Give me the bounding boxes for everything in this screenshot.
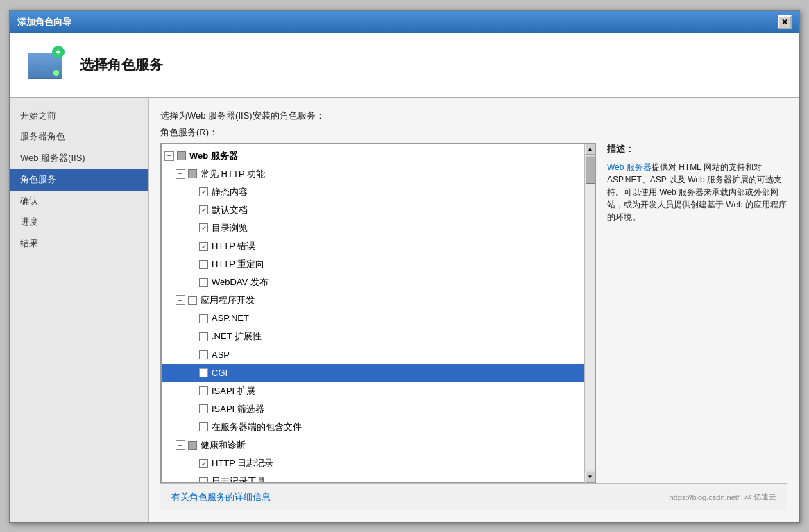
tree-label: 在服务器端的包含文件 <box>212 420 302 435</box>
tree-item[interactable]: WebDAV 发布 <box>162 273 584 291</box>
tree-item[interactable]: HTTP 错误 <box>162 237 584 255</box>
tree-item[interactable]: ASP <box>162 346 584 364</box>
tree-checkbox[interactable] <box>199 332 208 341</box>
tree-checkbox[interactable] <box>188 169 197 178</box>
tree-item[interactable]: ISAPI 筛选器 <box>162 400 584 418</box>
sidebar-item-server-role[interactable]: 服务器角色 <box>10 126 148 148</box>
tree-item[interactable]: −应用程序开发 <box>162 291 584 309</box>
tree-checkbox[interactable] <box>199 223 208 232</box>
tree-item[interactable]: 静态内容 <box>162 183 584 201</box>
tree-panel-wrapper: −Web 服务器−常见 HTTP 功能静态内容默认文档目录浏览HTTP 错误HT… <box>160 143 596 483</box>
tree-item[interactable]: CGI <box>162 364 584 382</box>
scroll-up-button[interactable]: ▲ <box>585 144 596 155</box>
tree-item[interactable]: 目录浏览 <box>162 219 584 237</box>
tree-item[interactable]: −常见 HTTP 功能 <box>162 165 584 183</box>
tree-item[interactable]: 在服务器端的包含文件 <box>162 418 584 436</box>
tree-checkbox[interactable] <box>199 477 208 483</box>
tree-expander[interactable]: − <box>176 169 185 179</box>
watermark-logo: 🏎 亿速云 <box>744 492 776 502</box>
tree-item[interactable]: 日志记录工具 <box>162 472 584 482</box>
tree-label: 默认文档 <box>212 203 248 218</box>
tree-label: 常见 HTTP 功能 <box>201 166 265 182</box>
sidebar: 开始之前 服务器角色 Web 服务器(IIS) 角色服务 确认 进度 结果 <box>10 98 149 522</box>
tree-label: Web 服务器 <box>189 148 238 164</box>
title-bar: 添加角色向导 ✕ <box>10 11 799 33</box>
tree-label: WebDAV 发布 <box>212 275 269 290</box>
tree-label: HTTP 错误 <box>212 239 255 254</box>
sidebar-item-web-server[interactable]: Web 服务器(IIS) <box>10 148 148 169</box>
description-title: 描述： <box>607 143 787 155</box>
add-plus-icon: + <box>52 46 65 58</box>
tree-checkbox[interactable] <box>199 368 208 377</box>
tree-item[interactable]: ASP.NET <box>162 309 584 327</box>
tree-panel-container: −Web 服务器−常见 HTTP 功能静态内容默认文档目录浏览HTTP 错误HT… <box>160 143 787 483</box>
sidebar-item-role-services[interactable]: 角色服务 <box>10 169 148 191</box>
tree-item[interactable]: HTTP 日志记录 <box>162 454 584 472</box>
description-panel: 描述： Web 服务器提供对 HTML 网站的支持和对 ASP.NET、ASP … <box>607 143 787 483</box>
watermark-url: https://blog.csdn.net/ <box>669 493 740 501</box>
header-section: + 选择角色服务 <box>10 33 799 98</box>
tree-label: ISAPI 扩展 <box>212 384 255 399</box>
tree-expander[interactable]: − <box>164 151 174 161</box>
tree-checkbox[interactable] <box>188 441 197 450</box>
tree-label: CGI <box>212 366 228 381</box>
description-link[interactable]: Web 服务器 <box>607 162 652 172</box>
tree-expander[interactable]: − <box>176 440 185 450</box>
header-icon: + <box>24 44 66 86</box>
tree-item[interactable]: −Web 服务器 <box>162 147 584 165</box>
sidebar-item-start[interactable]: 开始之前 <box>10 105 148 127</box>
tree-checkbox[interactable] <box>199 459 208 468</box>
tree-checkbox[interactable] <box>188 296 197 305</box>
tree-checkbox[interactable] <box>199 260 208 269</box>
tree-checkbox[interactable] <box>199 404 208 413</box>
scroll-down-button[interactable]: ▼ <box>585 472 596 483</box>
tree-item[interactable]: ISAPI 扩展 <box>162 382 584 400</box>
footer-area: 有关角色服务的详细信息 https://blog.csdn.net/ 🏎 亿速云 <box>160 483 787 510</box>
tree-label: HTTP 重定向 <box>212 257 264 272</box>
sidebar-item-result[interactable]: 结果 <box>10 233 148 255</box>
tree-label: 目录浏览 <box>212 221 248 236</box>
tree-checkbox[interactable] <box>199 314 208 323</box>
tree-expander[interactable]: − <box>176 295 185 305</box>
tree-checkbox[interactable] <box>199 242 208 251</box>
tree-checkbox[interactable] <box>199 350 208 359</box>
tree-checkbox[interactable] <box>199 205 208 214</box>
tree-item[interactable]: −健康和诊断 <box>162 436 584 454</box>
tree-checkbox[interactable] <box>199 278 208 287</box>
scrollbar[interactable]: ▲ ▼ <box>584 144 595 483</box>
tree-label: ISAPI 筛选器 <box>212 402 264 417</box>
tree-label: HTTP 日志记录 <box>212 456 273 471</box>
tree-checkbox[interactable] <box>177 151 186 160</box>
tree-label: .NET 扩展性 <box>212 329 262 344</box>
header-title: 选择角色服务 <box>80 55 163 74</box>
footer-watermark: https://blog.csdn.net/ 🏎 亿速云 <box>669 492 776 502</box>
role-label: 角色服务(R)： <box>160 126 787 139</box>
sidebar-item-confirm[interactable]: 确认 <box>10 191 148 212</box>
tree-label: 健康和诊断 <box>201 438 246 453</box>
tree-checkbox[interactable] <box>199 386 208 395</box>
server-icon: + <box>26 46 65 84</box>
main-panel: 选择为Web 服务器(IIS)安装的角色服务： 角色服务(R)： −Web 服务… <box>149 98 799 522</box>
close-button[interactable]: ✕ <box>778 15 792 29</box>
tree-label: 静态内容 <box>212 185 248 200</box>
tree-item[interactable]: .NET 扩展性 <box>162 327 584 345</box>
content-area: 开始之前 服务器角色 Web 服务器(IIS) 角色服务 确认 进度 结果 选择… <box>10 98 799 522</box>
window-title: 添加角色向导 <box>17 16 71 28</box>
scroll-track <box>586 156 595 470</box>
instruction-text: 选择为Web 服务器(IIS)安装的角色服务： <box>160 110 787 122</box>
footer-link[interactable]: 有关角色服务的详细信息 <box>171 491 271 504</box>
description-content: Web 服务器提供对 HTML 网站的支持和对 ASP.NET、ASP 以及 W… <box>607 161 787 223</box>
tree-checkbox[interactable] <box>199 422 208 431</box>
tree-label: 日志记录工具 <box>212 474 266 482</box>
tree-label: ASP.NET <box>212 311 249 326</box>
tree-checkbox[interactable] <box>199 187 208 196</box>
main-window: 添加角色向导 ✕ + 选择角色服务 开始之前 服务器角色 Web 服务器(IIS… <box>9 10 800 523</box>
tree-label: ASP <box>212 347 230 363</box>
tree-item[interactable]: HTTP 重定向 <box>162 255 584 273</box>
tree-label: 应用程序开发 <box>201 293 255 308</box>
tree-panel[interactable]: −Web 服务器−常见 HTTP 功能静态内容默认文档目录浏览HTTP 错误HT… <box>161 144 584 483</box>
tree-item[interactable]: 默认文档 <box>162 201 584 219</box>
scroll-thumb[interactable] <box>586 156 595 184</box>
sidebar-item-progress[interactable]: 进度 <box>10 212 148 233</box>
